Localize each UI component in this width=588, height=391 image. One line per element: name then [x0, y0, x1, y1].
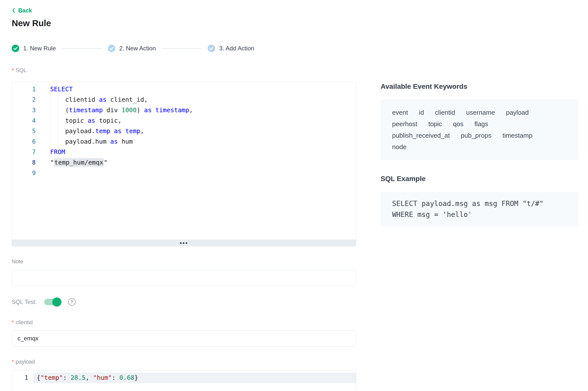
line-number: 7: [12, 147, 36, 157]
line-number: 3: [12, 105, 36, 115]
page-title: New Rule: [12, 18, 588, 29]
step-item-1[interactable]: 1. New Rule: [12, 45, 56, 52]
keyword-item: timestamp: [502, 130, 532, 141]
code-line: clientid as client_id,: [37, 95, 356, 105]
keyword-row: publish_received_atpub_propstimestamp: [392, 130, 567, 141]
required-asterisk: *: [12, 67, 14, 73]
chevron-left-icon: [12, 8, 15, 13]
example-code-line: WHERE msg = 'hello': [392, 209, 567, 220]
payload-editor[interactable]: 1 {"temp": 28.5, "hum": 0.68}: [12, 370, 356, 391]
keyword-item: flags: [474, 118, 488, 130]
keyword-row: eventidclientidusernamepayload: [392, 107, 567, 118]
line-number: 1: [12, 373, 28, 383]
sql-field-label: *SQL: [12, 67, 356, 74]
code-line: [37, 168, 356, 178]
step-label: 3. Add Action: [219, 45, 254, 52]
payload-field-label: *payload: [12, 359, 356, 365]
keyword-row: peerhosttopicqosflags: [392, 118, 567, 130]
keyword-item: topic: [428, 118, 442, 130]
code-line: {"temp": 28.5, "hum": 0.68}: [33, 373, 356, 383]
code-line: payload.temp as temp,: [37, 126, 356, 136]
code-line: (timestamp div 1000) as timestamp,: [37, 105, 356, 115]
check-circle-icon: [108, 45, 115, 52]
rule-form: *SQL 123456789 SELECT clientid as client…: [12, 67, 356, 391]
line-number: 2: [12, 95, 36, 105]
keyword-item: pub_props: [461, 130, 491, 141]
resize-dots-icon: •••: [180, 241, 188, 245]
sql-editor[interactable]: 123456789 SELECT clientid as client_id, …: [12, 82, 356, 246]
content-columns: *SQL 123456789 SELECT clientid as client…: [12, 67, 588, 391]
sql-example-panel: SELECT payload.msg as msg FROM "t/#"WHER…: [381, 192, 578, 227]
required-asterisk: *: [12, 359, 14, 365]
keywords-heading: Available Event Keywords: [381, 82, 578, 91]
keyword-item: qos: [453, 118, 463, 130]
step-item-3[interactable]: 3. Add Action: [208, 45, 254, 52]
payload-editor-code[interactable]: {"temp": 28.5, "hum": 0.68}: [33, 371, 356, 391]
keyword-item: id: [419, 107, 424, 118]
back-link[interactable]: Back: [12, 7, 32, 14]
sql-test-label: SQL Test:: [12, 299, 37, 305]
note-label: Note: [12, 258, 356, 265]
note-input[interactable]: [12, 270, 356, 286]
keywords-panel: eventidclientidusernamepayloadpeerhostto…: [381, 99, 578, 160]
payload-editor-gutter: 1: [12, 371, 33, 391]
line-number: 4: [12, 115, 36, 126]
clientid-field-label: *clientid: [12, 319, 356, 326]
check-circle-icon: [12, 45, 19, 52]
sql-test-toggle[interactable]: [44, 299, 61, 305]
check-circle-icon: [208, 45, 215, 52]
code-line: SELECT: [37, 84, 356, 95]
steps-bar: 1. New Rule2. New Action3. Add Action: [12, 45, 588, 52]
sql-editor-gutter: 123456789: [12, 82, 37, 240]
step-connector: [162, 48, 202, 49]
keyword-item: node: [392, 141, 407, 153]
back-label: Back: [18, 7, 32, 14]
line-number: 8: [12, 157, 36, 168]
keyword-item: peerhost: [392, 118, 417, 130]
line-number: 9: [12, 168, 36, 178]
sql-editor-code[interactable]: SELECT clientid as client_id, (timestamp…: [37, 82, 356, 240]
new-rule-page: Back New Rule 1. New Rule2. New Action3.…: [0, 0, 588, 391]
sql-editor-body[interactable]: 123456789 SELECT clientid as client_id, …: [12, 82, 356, 240]
line-number: 1: [12, 84, 36, 95]
keyword-row: node: [392, 141, 567, 153]
toggle-knob: [52, 297, 61, 306]
code-line: payload.hum as hum: [37, 136, 356, 147]
step-connector: [62, 48, 102, 49]
indent-guide: [50, 95, 50, 147]
keyword-item: event: [392, 107, 408, 118]
indent-guide: [58, 95, 59, 147]
step-label: 1. New Rule: [23, 45, 56, 52]
line-number: 6: [12, 136, 36, 147]
help-sidebar: Available Event Keywords eventidclientid…: [381, 67, 578, 391]
example-code-line: SELECT payload.msg as msg FROM "t/#": [392, 198, 567, 209]
required-asterisk: *: [12, 319, 14, 325]
line-number: 5: [12, 126, 36, 136]
code-line: topic as topic,: [37, 115, 356, 126]
keyword-item: username: [466, 107, 495, 118]
step-label: 2. New Action: [119, 45, 156, 52]
sql-example-heading: SQL Example: [381, 175, 578, 183]
keyword-item: payload: [506, 107, 529, 118]
code-line: "temp_hum/emqx": [37, 157, 356, 168]
sql-test-row: SQL Test: ?: [12, 297, 356, 306]
editor-resize-handle[interactable]: •••: [12, 240, 356, 246]
help-icon[interactable]: ?: [68, 298, 76, 306]
clientid-input[interactable]: [12, 330, 356, 346]
payload-editor-body[interactable]: 1 {"temp": 28.5, "hum": 0.68}: [12, 371, 356, 391]
keyword-item: publish_received_at: [392, 130, 450, 141]
step-item-2[interactable]: 2. New Action: [108, 45, 156, 52]
keyword-item: clientid: [435, 107, 455, 118]
code-line: FROM: [37, 147, 356, 157]
